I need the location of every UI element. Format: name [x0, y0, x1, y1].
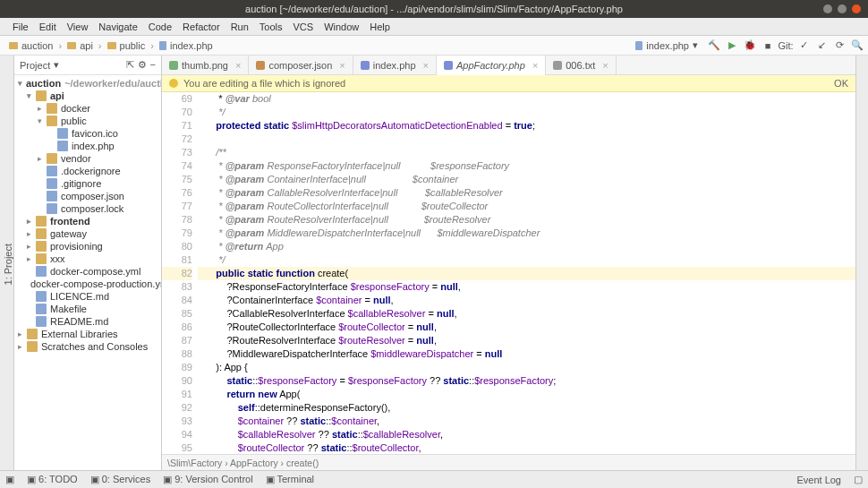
- tree-item[interactable]: composer.json: [14, 190, 161, 202]
- git-update-icon[interactable]: ✓: [796, 39, 811, 53]
- line-number[interactable]: 78: [162, 213, 192, 227]
- context-file[interactable]: index.php ▾: [630, 38, 703, 53]
- code-line[interactable]: */: [198, 106, 855, 119]
- tree-item[interactable]: ▸External Libraries: [14, 328, 161, 340]
- code-line[interactable]: $container ?? static::$container,: [198, 415, 855, 428]
- tree-item[interactable]: ▾public: [14, 115, 161, 127]
- line-number[interactable]: 81: [162, 253, 192, 267]
- menu-run[interactable]: Run: [226, 21, 254, 32]
- tree-item[interactable]: index.php: [14, 140, 161, 152]
- tree-item[interactable]: ▸vendor: [14, 152, 161, 165]
- tree-item[interactable]: docker-compose-production.yml: [14, 278, 161, 290]
- tree-item[interactable]: LICENCE.md: [14, 290, 161, 303]
- project-panel-header[interactable]: Project ▾ ⇱ ⚙ −: [14, 56, 161, 75]
- tree-item[interactable]: .gitignore: [14, 177, 161, 190]
- code-line[interactable]: * @return App: [198, 240, 855, 253]
- line-number[interactable]: 69: [162, 92, 192, 106]
- line-number[interactable]: 90: [162, 374, 192, 388]
- code-line[interactable]: protected static $slimHttpDecoratorsAuto…: [198, 119, 855, 133]
- code-line[interactable]: ): App {: [198, 361, 855, 374]
- tree-item[interactable]: ▸provisioning: [14, 240, 161, 253]
- tree-item[interactable]: ▸docker: [14, 102, 161, 115]
- code-line[interactable]: [198, 133, 855, 146]
- tree-item[interactable]: ▸gateway: [14, 227, 161, 240]
- code-line[interactable]: self::determineResponseFactory(),: [198, 401, 855, 415]
- code-line[interactable]: * @param MiddlewareDispatcherInterface|n…: [198, 227, 855, 240]
- git-history-icon[interactable]: ⟳: [832, 39, 847, 53]
- close-icon[interactable]: [852, 4, 861, 13]
- code-editor[interactable]: 6970717273747576777879808182838485868788…: [162, 92, 855, 454]
- line-number[interactable]: 86: [162, 321, 192, 334]
- close-tab-icon[interactable]: ×: [602, 60, 608, 71]
- editor-tab[interactable]: composer.json×: [249, 56, 353, 75]
- code-line[interactable]: * @param CallableResolverInterface|null …: [198, 186, 855, 200]
- tree-item[interactable]: Makefile: [14, 303, 161, 315]
- tree-root[interactable]: ▾auction~/deworker/edu/auction: [14, 77, 161, 90]
- tree-item[interactable]: composer.lock: [14, 202, 161, 215]
- tree-item[interactable]: README.md: [14, 315, 161, 328]
- line-number[interactable]: 94: [162, 428, 192, 441]
- run-button[interactable]: ▶: [725, 39, 739, 53]
- settings-icon[interactable]: ⚙: [138, 59, 147, 71]
- minimize-icon[interactable]: [823, 4, 832, 13]
- line-number[interactable]: 73: [162, 146, 192, 159]
- menu-navigate[interactable]: Navigate: [93, 21, 142, 32]
- code-line[interactable]: ?ContainerInterface $container = null,: [198, 294, 855, 307]
- hide-icon[interactable]: −: [150, 59, 156, 71]
- close-tab-icon[interactable]: ×: [235, 60, 241, 71]
- gutter[interactable]: 6970717273747576777879808182838485868788…: [162, 92, 198, 454]
- line-number[interactable]: 70: [162, 106, 192, 119]
- status-item[interactable]: ▣ Terminal: [266, 474, 314, 485]
- debug-button[interactable]: 🐞: [743, 39, 757, 53]
- menu-help[interactable]: Help: [364, 21, 396, 32]
- breadcrumb-public[interactable]: public: [102, 39, 151, 53]
- editor-tab[interactable]: thumb.png×: [162, 56, 249, 75]
- line-number[interactable]: 72: [162, 133, 192, 146]
- line-number[interactable]: 92: [162, 401, 192, 415]
- line-number[interactable]: 82: [162, 267, 192, 280]
- line-number[interactable]: 79: [162, 227, 192, 240]
- code-line[interactable]: ?CallableResolverInterface $callableReso…: [198, 307, 855, 321]
- git-pull-icon[interactable]: ↙: [814, 39, 829, 53]
- tree-item[interactable]: ▸Scratches and Consoles: [14, 340, 161, 353]
- breadcrumb-api[interactable]: api: [62, 39, 98, 53]
- line-number[interactable]: 95: [162, 441, 192, 454]
- status-item[interactable]: ▣ 9: Version Control: [163, 474, 253, 485]
- line-number[interactable]: 76: [162, 186, 192, 200]
- code-line[interactable]: ?RouteResolverInterface $routeResolver =…: [198, 334, 855, 347]
- status-item[interactable]: ▣ 6: TODO: [27, 474, 78, 485]
- source-text[interactable]: * @var bool */ protected static $slimHtt…: [198, 92, 855, 454]
- editor-tab[interactable]: 006.txt×: [546, 56, 616, 75]
- editor-tab[interactable]: AppFactory.php×: [437, 56, 546, 75]
- line-number[interactable]: 75: [162, 173, 192, 186]
- status-item[interactable]: ▣ 0: Services: [90, 474, 150, 485]
- search-icon[interactable]: 🔍: [850, 39, 864, 53]
- code-line[interactable]: $callableResolver ?? static::$callableRe…: [198, 428, 855, 441]
- toolwindow-tab[interactable]: 1: Project: [3, 244, 13, 285]
- code-line[interactable]: ?ResponseFactoryInterface $responseFacto…: [198, 280, 855, 294]
- code-line[interactable]: return new App(: [198, 388, 855, 401]
- line-number[interactable]: 89: [162, 361, 192, 374]
- code-line[interactable]: ?MiddlewareDispatcherInterface $middlewa…: [198, 347, 855, 361]
- line-number[interactable]: 87: [162, 334, 192, 347]
- tree-item[interactable]: .dockerignore: [14, 165, 161, 177]
- breadcrumb-auction[interactable]: auction: [4, 39, 58, 53]
- menu-refactor[interactable]: Refactor: [177, 21, 226, 32]
- menu-tools[interactable]: Tools: [254, 21, 288, 32]
- code-line[interactable]: public static function create(: [198, 267, 855, 280]
- menu-file[interactable]: File: [7, 21, 34, 32]
- line-number[interactable]: 93: [162, 415, 192, 428]
- line-number[interactable]: 88: [162, 347, 192, 361]
- event-log-button[interactable]: Event Log: [796, 475, 841, 485]
- close-tab-icon[interactable]: ×: [423, 60, 429, 71]
- menu-window[interactable]: Window: [319, 21, 364, 32]
- close-tab-icon[interactable]: ×: [532, 60, 538, 71]
- close-tab-icon[interactable]: ×: [339, 60, 345, 71]
- project-tree[interactable]: ▾auction~/deworker/edu/auction▾api▸docke…: [14, 75, 161, 355]
- status-expand-icon[interactable]: ▣: [5, 474, 14, 485]
- code-line[interactable]: * @param ContainerInterface|null $contai…: [198, 173, 855, 186]
- banner-ok-button[interactable]: OK: [834, 78, 848, 89]
- code-line[interactable]: $routeCollector ?? static::$routeCollect…: [198, 441, 855, 454]
- line-number[interactable]: 80: [162, 240, 192, 253]
- lock-icon[interactable]: ▢: [854, 474, 863, 485]
